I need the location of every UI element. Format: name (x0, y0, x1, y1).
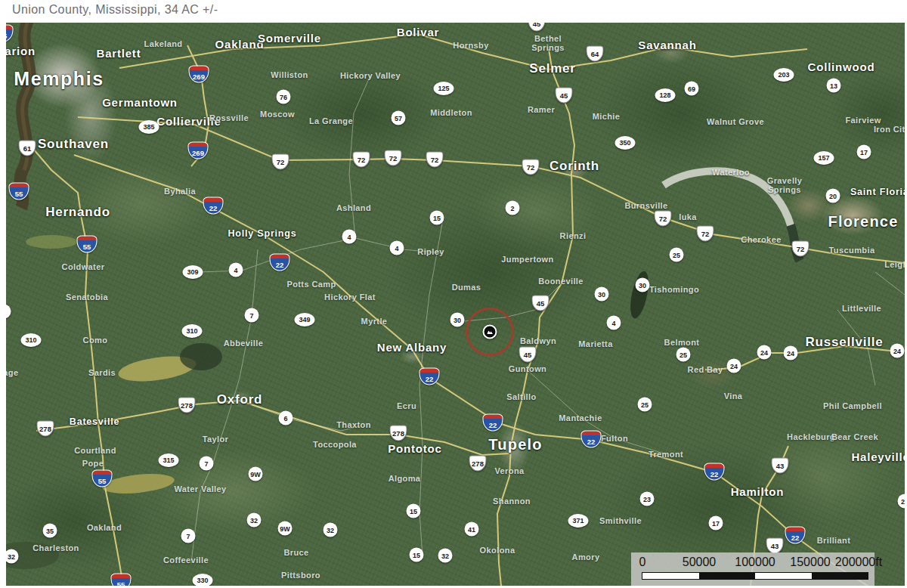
route-shield-57: 57 (392, 111, 406, 125)
route-shield-32: 32 (438, 549, 453, 563)
scale-segment (812, 573, 868, 579)
route-shield-2: 2 (506, 201, 520, 215)
route-shield-203: 203 (774, 68, 794, 82)
route-shield-310: 310 (21, 333, 42, 347)
lake-shape (627, 270, 652, 320)
map-canvas[interactable]: 050000100000150000200000ft MemphisSoutha… (6, 23, 905, 586)
route-shield-41: 41 (465, 522, 479, 537)
terrain-roads-layer (6, 23, 905, 586)
route-shield-4: 4 (607, 316, 621, 330)
route-shield-24: 24 (727, 359, 741, 373)
scale-segment (755, 573, 812, 579)
route-shield-4: 4 (342, 230, 357, 244)
route-shield-30: 30 (636, 278, 650, 292)
route-shield-309: 309 (183, 265, 203, 279)
scale-segment (699, 573, 756, 579)
property-marker[interactable] (483, 325, 497, 339)
route-shield-330: 330 (193, 574, 213, 586)
route-shield-25: 25 (670, 248, 684, 262)
route-shield-24: 24 (890, 344, 905, 358)
route-shield-24: 24 (757, 345, 772, 360)
route-shield-15: 15 (430, 211, 444, 225)
route-shield-17: 17 (709, 516, 723, 531)
route-shield-125: 125 (434, 82, 454, 95)
route-shield-24: 24 (784, 346, 798, 361)
route-shield-55: 55 (111, 574, 132, 586)
route-shield-7: 7 (245, 308, 259, 323)
route-shield-25: 25 (676, 348, 691, 362)
scale-label: 0 (639, 556, 646, 569)
route-shield-32: 32 (247, 513, 262, 528)
route-shield-128: 128 (655, 88, 676, 102)
page: Union County, Mississippi, 34 AC +/- (0, 0, 907, 588)
route-shield-25: 25 (638, 398, 652, 412)
route-shield-310: 310 (182, 324, 203, 338)
scale-label: 50000 (683, 556, 717, 569)
route-shield-20: 20 (826, 189, 840, 203)
route-shield-350: 350 (615, 136, 636, 150)
route-shield-157: 157 (814, 151, 834, 165)
route-shield-15: 15 (410, 548, 424, 562)
route-shield-385: 385 (139, 120, 159, 134)
scale-label: 200000ft (835, 556, 882, 569)
route-shield-7: 7 (181, 529, 196, 543)
scale-bar-segments (642, 572, 868, 580)
photo-icon (487, 330, 493, 334)
route-shield-69: 69 (685, 82, 699, 96)
highway-lines (29, 34, 905, 586)
route-shield-315: 315 (159, 453, 179, 467)
scale-bar: 050000100000150000200000ft (631, 552, 874, 586)
route-shield-349: 349 (295, 313, 315, 326)
route-shield-4: 4 (390, 241, 404, 255)
route-shield-35: 35 (43, 524, 57, 538)
route-shield-23: 23 (640, 492, 655, 506)
map-title: Union County, Mississippi, 34 AC +/- (12, 3, 218, 17)
route-shield-30: 30 (450, 313, 465, 327)
route-shield-7: 7 (200, 456, 214, 471)
route-shield-17: 17 (857, 145, 871, 159)
lake-shape (664, 171, 791, 225)
route-shield-13: 13 (827, 79, 841, 93)
route-shield-371: 371 (568, 514, 589, 528)
route-shield-32: 32 (323, 523, 338, 537)
route-shield-9W: 9W (249, 467, 263, 481)
scale-label: 150000 (790, 556, 830, 569)
scale-segment (642, 573, 699, 579)
scale-label: 100000 (735, 556, 775, 569)
route-shield-76: 76 (277, 90, 291, 104)
lake-shape (101, 471, 175, 497)
route-shield-15: 15 (407, 504, 421, 518)
route-shield-4: 4 (229, 263, 243, 277)
route-shield-6: 6 (279, 411, 293, 426)
route-shield-30: 30 (595, 287, 609, 302)
route-shield-9W: 9W (278, 521, 293, 536)
